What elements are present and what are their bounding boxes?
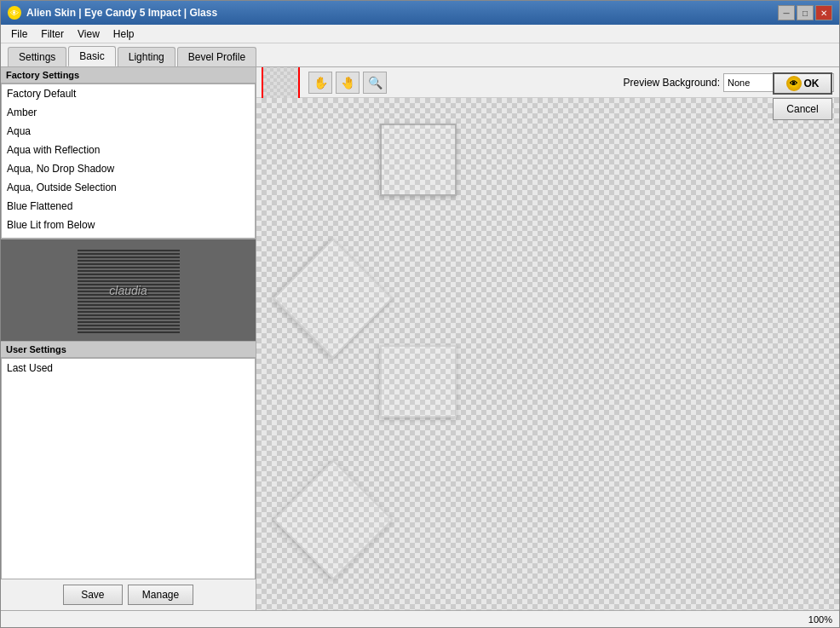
tool-button-zoom[interactable]: 🔍 bbox=[363, 72, 387, 94]
tool-button-1[interactable]: ✋ bbox=[308, 72, 332, 94]
thumbnail-text: claudia bbox=[109, 284, 147, 297]
preview-canvas bbox=[256, 98, 839, 610]
ok-button[interactable]: 👁 OK bbox=[773, 72, 832, 95]
preset-aqua-reflection[interactable]: Aqua with Reflection bbox=[2, 141, 255, 159]
maximize-button[interactable]: □ bbox=[797, 5, 814, 20]
menu-bar: File Filter View Help bbox=[1, 25, 839, 43]
user-section: User Settings Last Used bbox=[1, 341, 256, 579]
menu-view[interactable]: View bbox=[71, 26, 106, 42]
window-title: Alien Skin | Eye Candy 5 Impact | Glass bbox=[26, 7, 778, 19]
glass-shape-rect2 bbox=[380, 345, 457, 418]
manage-button[interactable]: Manage bbox=[128, 585, 193, 605]
minimize-button[interactable]: ─ bbox=[778, 5, 795, 20]
preview-bg-label: Preview Background: bbox=[624, 77, 720, 89]
tab-lighting[interactable]: Lighting bbox=[118, 47, 175, 66]
preset-amber[interactable]: Amber bbox=[2, 103, 255, 122]
factory-settings-header: Factory Settings bbox=[1, 67, 256, 84]
user-settings-header: User Settings bbox=[1, 342, 256, 358]
preset-aqua-no-drop-shadow[interactable]: Aqua, No Drop Shadow bbox=[2, 159, 255, 178]
left-panel: Factory Settings Factory Default Amber A… bbox=[1, 67, 256, 610]
preview-thumbnail-small bbox=[262, 67, 300, 101]
menu-filter[interactable]: Filter bbox=[34, 26, 71, 42]
preset-section: Factory Settings Factory Default Amber A… bbox=[1, 67, 256, 239]
preset-blue-lit-below[interactable]: Blue Lit from Below bbox=[2, 216, 255, 234]
menu-file[interactable]: File bbox=[4, 26, 34, 42]
menu-help[interactable]: Help bbox=[106, 26, 141, 42]
tabs-row: Settings Basic Lighting Bevel Profile bbox=[1, 43, 839, 67]
window-controls: ─ □ ✕ bbox=[778, 5, 832, 20]
tab-bevel-profile[interactable]: Bevel Profile bbox=[177, 47, 256, 66]
main-window: 👁 Alien Skin | Eye Candy 5 Impact | Glas… bbox=[0, 0, 840, 628]
tab-settings[interactable]: Settings bbox=[8, 47, 66, 66]
preset-thumbnail: claudia bbox=[78, 248, 180, 333]
preset-list[interactable]: Factory Default Amber Aqua Aqua with Ref… bbox=[1, 84, 256, 239]
tab-basic[interactable]: Basic bbox=[68, 46, 115, 66]
preview-toolbar: ✋ 🤚 🔍 Preview Background: None White Bla… bbox=[256, 67, 839, 98]
preset-aqua[interactable]: Aqua bbox=[2, 122, 255, 141]
preset-factory-default[interactable]: Factory Default bbox=[2, 84, 255, 103]
cancel-button[interactable]: Cancel bbox=[773, 98, 832, 120]
thumbnail-area: claudia bbox=[1, 239, 256, 341]
ok-icon: 👁 bbox=[786, 76, 802, 91]
tool-button-2[interactable]: 🤚 bbox=[336, 72, 360, 94]
user-list[interactable]: Last Used bbox=[1, 358, 256, 579]
user-last-used[interactable]: Last Used bbox=[2, 359, 255, 377]
save-button[interactable]: Save bbox=[63, 585, 123, 605]
bottom-buttons: Save Manage bbox=[1, 579, 256, 610]
glass-shape-rect1 bbox=[380, 124, 457, 196]
preset-blue-flattened[interactable]: Blue Flattened bbox=[2, 197, 255, 216]
title-bar: 👁 Alien Skin | Eye Candy 5 Impact | Glas… bbox=[1, 1, 839, 25]
zoom-level: 100% bbox=[808, 614, 832, 625]
main-content: Factory Settings Factory Default Amber A… bbox=[1, 67, 839, 610]
close-button[interactable]: ✕ bbox=[815, 5, 832, 20]
ok-cancel-area: 👁 OK Cancel bbox=[773, 72, 832, 120]
status-bar: 100% bbox=[1, 610, 839, 627]
right-panel: 👁 OK Cancel ✋ 🤚 🔍 Preview Background: No… bbox=[256, 67, 839, 610]
app-icon: 👁 bbox=[8, 6, 21, 20]
preset-aqua-outside[interactable]: Aqua, Outside Selection bbox=[2, 178, 255, 197]
